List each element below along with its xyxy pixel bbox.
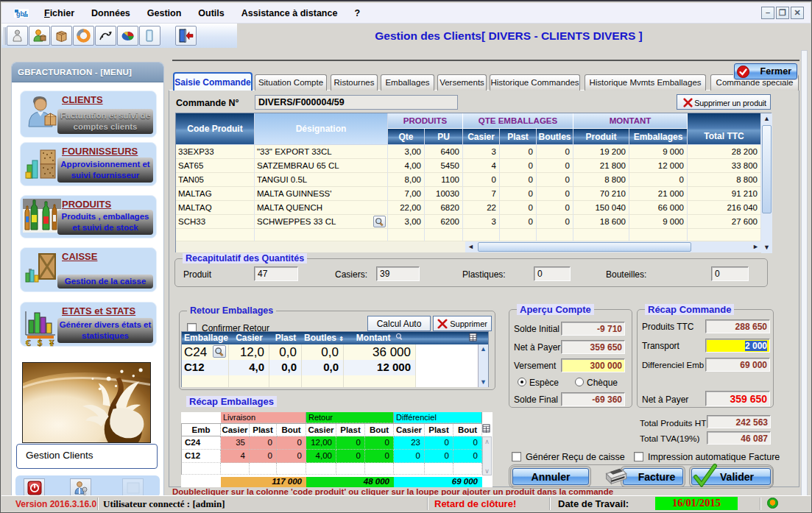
client-box-toolbar-button[interactable] bbox=[29, 26, 50, 46]
table-cell[interactable]: 7 bbox=[463, 187, 500, 201]
retour-cell[interactable]: 0,0 bbox=[302, 344, 344, 360]
door-toolbar-button[interactable] bbox=[139, 26, 160, 46]
annuler-button[interactable]: Annuler bbox=[512, 468, 589, 485]
magnifier-icon[interactable] bbox=[395, 333, 403, 341]
col-header-qte[interactable]: Qte bbox=[388, 129, 425, 145]
qty-casiers-value[interactable]: 39 bbox=[376, 266, 420, 281]
retour-cell[interactable]: C24 bbox=[182, 344, 229, 360]
retour-cell[interactable]: 0,0 bbox=[269, 360, 302, 375]
sidebar-item-etats-et-stats[interactable]: €$¥ETATS et STATSGénérer divers états et… bbox=[20, 302, 157, 347]
retour-vscrollbar[interactable]: ▲▼ bbox=[478, 344, 488, 387]
table-cell[interactable]: 3 bbox=[463, 145, 500, 159]
sidebar-item-caisse[interactable]: CAISSEGestion de la caisse bbox=[20, 247, 157, 292]
facture-button[interactable]: Facture bbox=[623, 468, 683, 485]
vscroll-thumb[interactable] bbox=[762, 125, 772, 213]
col-header-plast[interactable]: Plast bbox=[500, 129, 537, 145]
table-cell[interactable]: 0 bbox=[537, 187, 573, 201]
ring-toolbar-button[interactable] bbox=[73, 26, 94, 46]
table-cell[interactable]: 0 bbox=[500, 145, 537, 159]
package-toolbar-button[interactable] bbox=[51, 26, 72, 46]
retour-col-plast[interactable]: Plast bbox=[269, 332, 302, 344]
tab-versements[interactable]: Versements bbox=[437, 74, 487, 91]
retour-cell[interactable]: 12,0 bbox=[229, 344, 269, 360]
hscroll-right-arrow[interactable]: ► bbox=[750, 241, 761, 252]
cell-code-produit[interactable]: MALTAG bbox=[176, 187, 255, 201]
delete-product-button[interactable]: Supprimer un produit bbox=[677, 94, 771, 110]
vscroll-up-arrow[interactable]: ▲ bbox=[761, 113, 772, 124]
col-header-emballages[interactable]: Emballages bbox=[629, 129, 688, 145]
grid-icon[interactable] bbox=[469, 333, 477, 342]
table-cell[interactable]: SCHWEPPES 33 CL bbox=[255, 215, 388, 229]
menu-donn-es[interactable]: Données bbox=[91, 5, 130, 21]
tab-historique-mvmts-emballages[interactable]: Historique Mvmts Emballages bbox=[585, 74, 706, 91]
table-cell[interactable]: 0 bbox=[500, 201, 537, 215]
table-cell[interactable]: 0 bbox=[537, 215, 573, 229]
stats-curve-toolbar-button[interactable] bbox=[95, 26, 116, 46]
col-header-boutles[interactable]: Boutles bbox=[537, 129, 573, 145]
table-cell[interactable]: 0 bbox=[500, 187, 537, 201]
menu-outils[interactable]: Outils bbox=[198, 5, 224, 21]
transport-value[interactable]: 2 000 bbox=[705, 339, 770, 353]
table-cell[interactable]: 0 bbox=[629, 173, 688, 187]
table-cell[interactable]: "33" EXPORT 33CL bbox=[255, 145, 388, 159]
table-cell[interactable]: 3,00 bbox=[388, 215, 425, 229]
menu-?[interactable]: ? bbox=[354, 5, 360, 21]
cell-code-produit[interactable]: SCH33 bbox=[176, 215, 255, 229]
table-cell[interactable]: 9 000 bbox=[629, 215, 688, 229]
table-cell[interactable]: 70 210 bbox=[573, 187, 629, 201]
retour-cell[interactable]: C12 bbox=[182, 360, 229, 375]
sort-icon[interactable]: ⇕ bbox=[339, 336, 344, 342]
table-cell[interactable]: SATZEMBRAU 65 CL bbox=[255, 159, 388, 173]
vscroll-down-arrow[interactable]: ▼ bbox=[761, 242, 772, 253]
table-cell[interactable]: 91 210 bbox=[688, 187, 761, 201]
cell-code-produit[interactable]: MALTAQ bbox=[176, 201, 255, 215]
table-cell[interactable]: 27 600 bbox=[688, 215, 761, 229]
grid-icon[interactable] bbox=[482, 424, 490, 433]
table-cell[interactable]: 5450 bbox=[425, 159, 463, 173]
impression-checkbox[interactable] bbox=[634, 452, 643, 461]
close-button[interactable]: ✕ bbox=[791, 7, 804, 19]
col-header-designation[interactable]: Désignation bbox=[255, 113, 388, 145]
retour-cell[interactable]: 12 000 bbox=[344, 360, 416, 375]
table-cell[interactable]: 66 000 bbox=[629, 201, 688, 215]
fermer-button[interactable]: Fermer bbox=[734, 63, 797, 79]
table-cell[interactable]: 6400 bbox=[425, 145, 463, 159]
menu-fichier[interactable]: Fichier bbox=[44, 5, 74, 21]
table-cell[interactable]: 0 bbox=[500, 159, 537, 173]
table-cell[interactable]: 1100 bbox=[425, 173, 463, 187]
table-cell[interactable]: 21 000 bbox=[629, 187, 688, 201]
user-session-button[interactable] bbox=[70, 478, 91, 497]
recap-vscrollbar[interactable]: ∧∨ bbox=[482, 436, 492, 475]
retour-cell[interactable]: 4,0 bbox=[229, 360, 269, 375]
tab-historique-commandes[interactable]: Historique Commandes bbox=[490, 74, 580, 91]
table-cell[interactable]: 18 600 bbox=[573, 215, 629, 229]
recap-grid-icon[interactable] bbox=[482, 424, 493, 434]
table-cell[interactable]: 0 bbox=[463, 173, 500, 187]
table-cell[interactable]: 150 040 bbox=[573, 201, 629, 215]
table-cell[interactable]: 6820 bbox=[425, 201, 463, 215]
sidebar-item-produits[interactable]: PRODUITSProduits , emballages et suivi d… bbox=[20, 195, 157, 238]
table-cell[interactable]: 8 800 bbox=[688, 173, 761, 187]
retour-table[interactable]: EmballageCasierPlastBoutles ⇕Montant C24… bbox=[181, 331, 489, 387]
qty-bouteilles-value[interactable]: 0 bbox=[711, 266, 749, 281]
minimize-button[interactable]: – bbox=[761, 7, 774, 19]
retour-cell[interactable]: 0,0 bbox=[302, 360, 344, 375]
menu-assistance-distance[interactable]: Assistance à distance bbox=[241, 5, 338, 21]
cell-code-produit[interactable]: TAN05 bbox=[176, 173, 255, 187]
retour-cell[interactable]: 0,0 bbox=[269, 344, 302, 360]
versement-value[interactable]: 300 000 bbox=[561, 358, 625, 372]
table-cell[interactable]: 0 bbox=[500, 173, 537, 187]
retour-row-c24[interactable]: C2412,00,00,036 000 bbox=[182, 344, 488, 360]
espece-radio[interactable] bbox=[518, 378, 526, 386]
table-cell[interactable]: 33 800 bbox=[688, 159, 761, 173]
magnifier-icon[interactable] bbox=[373, 216, 386, 227]
table-cell[interactable]: TANGUI 0.5L bbox=[255, 173, 388, 187]
table-cell[interactable]: 8 800 bbox=[573, 173, 629, 187]
recu-checkbox[interactable] bbox=[512, 452, 521, 461]
table-cell[interactable]: 216 040 bbox=[688, 201, 761, 215]
power-button[interactable] bbox=[24, 478, 45, 497]
table-cell[interactable]: 4,00 bbox=[388, 159, 425, 173]
cheque-radio[interactable] bbox=[575, 378, 584, 386]
retour-col-emballage[interactable]: Emballage bbox=[182, 332, 229, 344]
products-table[interactable]: Code ProduitDésignationPRODUITSQTE EMBAL… bbox=[175, 113, 772, 252]
